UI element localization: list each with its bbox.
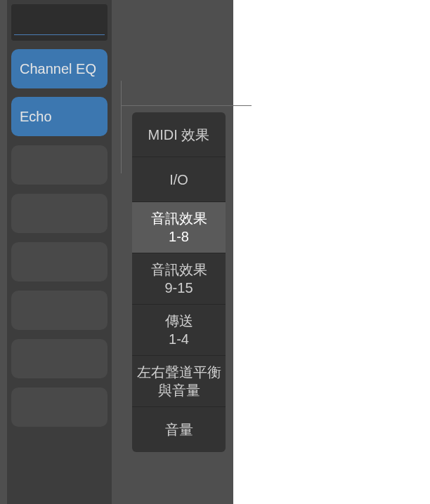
menu-item-sends-1-4[interactable]: 傳送 1-4 [132, 305, 226, 356]
menu-item-label-line2: 1-4 [169, 330, 189, 348]
menu-item-label: I/O [169, 171, 188, 189]
section-popup-menu: MIDI 效果 I/O 音訊效果 1-8 音訊效果 9-15 傳送 1-4 左右… [132, 112, 226, 452]
eq-curve-line [14, 34, 105, 35]
menu-item-volume[interactable]: 音量 [132, 407, 226, 452]
plugin-slot-2[interactable]: Echo [11, 97, 107, 136]
menu-item-label-line1: 傳送 [165, 312, 193, 330]
plugin-slot-empty-1[interactable] [11, 145, 107, 185]
plugin-slot-empty-4[interactable] [11, 291, 107, 330]
menu-item-label-line1: 音訊效果 [151, 260, 207, 279]
menu-item-audio-fx-1-8[interactable]: 音訊效果 1-8 [132, 202, 226, 253]
plugin-slot-1[interactable]: Channel EQ [11, 49, 107, 88]
menu-item-midi-effects[interactable]: MIDI 效果 [132, 112, 226, 157]
plugin-slot-2-label: Echo [20, 109, 52, 125]
plugin-slot-empty-3[interactable] [11, 242, 107, 281]
menu-item-audio-fx-9-15[interactable]: 音訊效果 9-15 [132, 253, 226, 305]
channel-strip: Channel EQ Echo [7, 0, 112, 504]
menu-item-label-line1: 音訊效果 [151, 209, 207, 227]
menu-item-pan-volume[interactable]: 左右聲道平衡 與音量 [132, 356, 226, 407]
callout-line-horizontal [121, 105, 252, 106]
menu-item-label-line2: 與音量 [158, 381, 200, 399]
menu-item-label-line2: 1-8 [169, 227, 189, 246]
mixer-panel: Channel EQ Echo MIDI 效果 I/O 音訊效果 1-8 音訊效… [0, 0, 233, 504]
plugin-slot-empty-2[interactable] [11, 194, 107, 233]
menu-item-io[interactable]: I/O [132, 157, 226, 202]
plugin-slot-1-label: Channel EQ [20, 61, 96, 77]
plugin-slot-empty-5[interactable] [11, 339, 107, 378]
menu-item-label: MIDI 效果 [148, 126, 210, 144]
eq-thumbnail[interactable] [11, 4, 107, 41]
callout-line-vertical [121, 81, 122, 173]
menu-item-label: 音量 [165, 420, 193, 439]
menu-item-label-line1: 左右聲道平衡 [137, 363, 221, 381]
plugin-slot-empty-6[interactable] [11, 387, 107, 427]
menu-item-label-line2: 9-15 [164, 279, 193, 297]
